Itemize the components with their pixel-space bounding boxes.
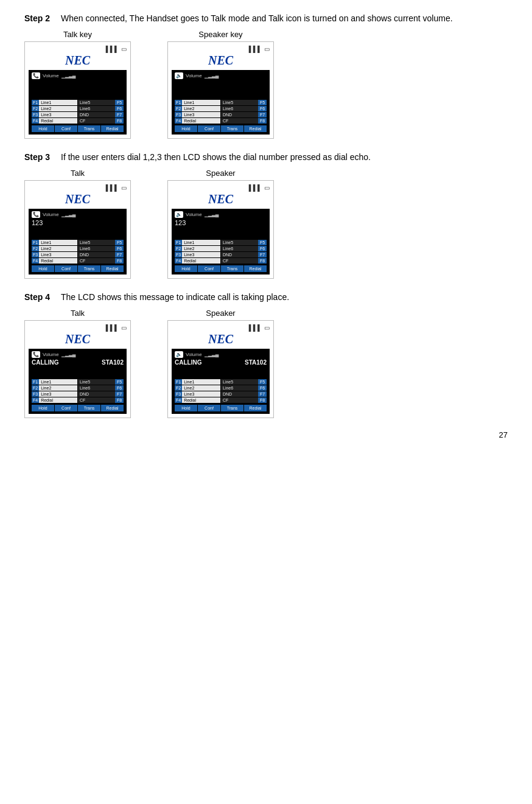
fkey-row-f5-2r: Line5 F5 xyxy=(221,240,267,245)
phone-top-bar-3r: ▌▌▌ ▭ xyxy=(172,324,270,331)
fkey-row-f3-3r: F3 Line3 xyxy=(175,391,220,397)
fkey-f5-name-2r: Line5 xyxy=(221,240,258,245)
volume-row-3r: 🔈 Volume ▁▂▃▄ xyxy=(175,351,267,358)
soft-key-trans-3r: Trans xyxy=(221,405,243,411)
soft-key-trans: Trans xyxy=(78,125,100,132)
soft-key-conf: Conf xyxy=(55,125,77,132)
step-4-label-left: Talk xyxy=(24,309,131,318)
fkey-row-f4-r: F4 Redial xyxy=(175,118,220,124)
phone-top-bar-2: ▌▌▌ ▭ xyxy=(29,184,127,191)
fkey-row-f8-3: CF F8 xyxy=(78,397,124,403)
nec-logo-r: NEC xyxy=(172,54,270,68)
volume-row-2r: 🔈 Volume ▁▂▃▄ xyxy=(175,211,267,218)
fkey-row-f4-3r: F4 Redial xyxy=(175,397,220,403)
fkey-f7-label-2r: F7 xyxy=(258,252,267,257)
step-2-label-right: Speaker key xyxy=(167,30,274,39)
fkey-f7-name-3r: DND xyxy=(221,391,258,397)
fkey-f6-name-3r: Line6 xyxy=(221,385,258,391)
fkeys-grid-3: F1 Line1 Line5 F5 F2 Line2 Line6 xyxy=(32,379,124,403)
station-text-left: STA102 xyxy=(102,359,124,366)
fkey-f8-label-2r: F8 xyxy=(258,258,267,264)
fkey-row-f1-3r: F1 Line1 xyxy=(175,379,220,385)
fkey-row-f5-r: Line5 F5 xyxy=(221,100,267,105)
station-text-right: STA102 xyxy=(245,359,267,366)
soft-key-redial-3r: Redial xyxy=(244,405,267,411)
fkey-f3-label-r: F3 xyxy=(175,112,182,117)
fkey-f7-label-r: F7 xyxy=(258,112,267,117)
signal-icon-3r: ▌▌▌ xyxy=(249,324,262,331)
soft-key-conf-2r: Conf xyxy=(198,265,220,272)
fkey-f8-label-2: F8 xyxy=(115,258,124,264)
step-2-block: Step 2 When connected, The Handset goes … xyxy=(24,12,508,139)
nec-logo-2r: NEC xyxy=(172,192,270,206)
fkey-row-f1-3: F1 Line1 xyxy=(32,379,77,385)
step-3-number: Step 3 xyxy=(24,151,61,164)
signal-icon-3: ▌▌▌ xyxy=(106,324,119,331)
fkey-f6-name-2: Line6 xyxy=(78,246,115,251)
phone-frame-talk-3: ▌▌▌ ▭ NEC 📞 Volume ▁▂▃▄ CALLING STA102 xyxy=(24,320,131,418)
fkey-f4-label-2: F4 xyxy=(32,258,39,264)
fkey-f2-name-2r: Line2 xyxy=(182,246,220,251)
fkey-f8-label: F8 xyxy=(115,118,124,124)
handset-icon-2: 📞 xyxy=(32,211,40,218)
fkey-row-f8-r: CF F8 xyxy=(221,118,267,124)
volume-label-3r: Volume xyxy=(186,352,202,357)
volume-label-2r: Volume xyxy=(186,212,202,217)
fkey-f3-name-3r: Line3 xyxy=(182,391,220,397)
fkey-row-f5-3: Line5 F5 xyxy=(78,379,124,385)
soft-key-conf-r: Conf xyxy=(198,125,220,132)
phone-screen-2: 📞 Volume ▁▂▃▄ 123 F1 Line1 Line5 F5 xyxy=(29,209,127,274)
screen-blank-r xyxy=(175,80,267,99)
soft-key-hold-2r: Hold xyxy=(175,265,197,272)
fkey-f1-name-2r: Line1 xyxy=(182,240,220,245)
fkey-f6-label-2: F6 xyxy=(115,246,124,251)
fkey-row-f1-r: F1 Line1 xyxy=(175,100,220,105)
nec-logo: NEC xyxy=(29,54,127,68)
fkey-f5-label-3r: F5 xyxy=(258,379,267,385)
fkeys-grid-2r: F1 Line1 Line5 F5 F2 Line2 Line6 xyxy=(175,240,267,264)
fkey-f8-name-3: CF xyxy=(78,397,115,403)
fkey-row-f7-r: DND F7 xyxy=(221,112,267,117)
fkey-f3-label-2r: F3 xyxy=(175,252,182,257)
fkey-f4-name-2r: Redial xyxy=(182,258,220,264)
fkey-f1-label-r: F1 xyxy=(175,100,182,105)
fkeys-grid-r: F1 Line1 Line5 F5 F2 Line2 Line6 xyxy=(175,100,267,124)
volume-label-r: Volume xyxy=(186,73,202,79)
soft-keys-row: Hold Conf Trans Redial xyxy=(32,125,124,132)
fkey-row-f3-2r: F3 Line3 xyxy=(175,252,220,257)
fkey-f8-label-r: F8 xyxy=(258,118,267,124)
fkey-row-f7: DND F7 xyxy=(78,112,124,117)
phone-top-bar-r: ▌▌▌ ▭ xyxy=(172,46,270,52)
fkey-row-f2-r: F2 Line2 xyxy=(175,106,220,111)
battery-icon-3r: ▭ xyxy=(264,324,270,331)
fkey-f4-name-r: Redial xyxy=(182,118,220,124)
fkey-f7-name-2r: DND xyxy=(221,252,258,257)
fkey-f2-label-3: F2 xyxy=(32,385,39,391)
fkey-f2-name-r: Line2 xyxy=(182,106,220,111)
fkey-row-f2: F2 Line2 xyxy=(32,106,77,111)
fkey-row-f4-3: F4 Redial xyxy=(32,397,77,403)
fkey-f1-name-2: Line1 xyxy=(39,240,77,245)
soft-key-trans-2: Trans xyxy=(78,265,100,272)
step-2-description: When connected, The Handset goes to Talk… xyxy=(61,12,508,25)
fkey-f7-label-2: F7 xyxy=(115,252,124,257)
spacer-3r xyxy=(175,367,267,378)
volume-dots: ▁▂▃▄ xyxy=(61,73,76,79)
fkey-row-f6: Line6 F6 xyxy=(78,106,124,111)
phone-screen-2r: 🔈 Volume ▁▂▃▄ 123 F1 Line1 Line5 F5 xyxy=(172,209,270,274)
fkey-f2-name: Line2 xyxy=(39,106,77,111)
fkey-row-f7-2: DND F7 xyxy=(78,252,124,257)
soft-key-hold-3r: Hold xyxy=(175,405,197,411)
soft-key-hold-2: Hold xyxy=(32,265,54,272)
battery-icon-r: ▭ xyxy=(264,46,270,52)
fkey-row-f2-3r: F2 Line2 xyxy=(175,385,220,391)
speaker-icon-2r: 🔈 xyxy=(175,211,183,218)
fkey-f4-label-r: F4 xyxy=(175,118,182,124)
fkey-f3-name: Line3 xyxy=(39,112,77,117)
fkey-f5-name-2: Line5 xyxy=(78,240,115,245)
fkeys-grid: F1 Line1 Line5 F5 F2 Line2 Line6 xyxy=(32,100,124,124)
dial-number-right: 123 xyxy=(175,219,267,226)
fkey-f8-label-3r: F8 xyxy=(258,397,267,403)
fkey-f5-name-r: Line5 xyxy=(221,100,258,105)
phone-frame-speaker-2: ▌▌▌ ▭ NEC 🔈 Volume ▁▂▃▄ 123 F1 L xyxy=(167,180,274,279)
